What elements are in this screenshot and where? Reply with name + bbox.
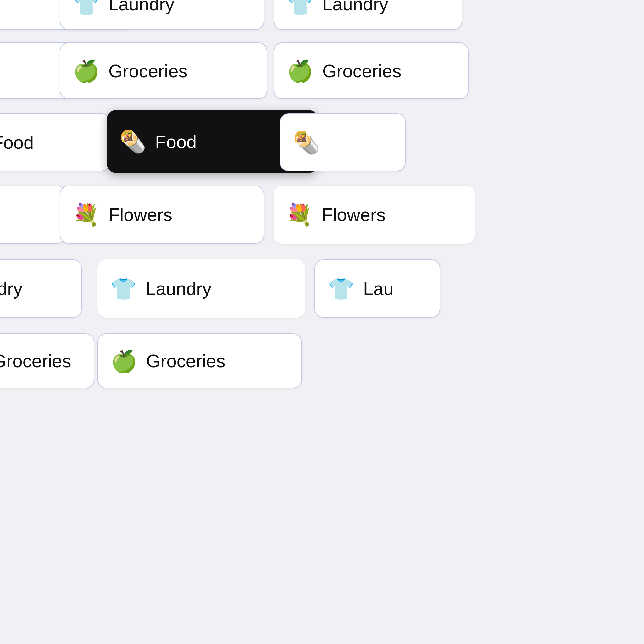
laundry-label-bottom-right: Lau xyxy=(363,278,394,299)
groceries-card-bottom-center[interactable]: 🍏 Groceries xyxy=(97,333,302,388)
food-card-left-partial[interactable]: 🌯 Food xyxy=(0,113,110,171)
laundry-label-bottom-left: Laundry xyxy=(0,278,23,299)
laundry-card-bottom-left-partial[interactable]: Laundry xyxy=(0,259,82,318)
groceries-label-bottom-center: Groceries xyxy=(146,350,225,371)
groceries-emoji-center: 🍏 xyxy=(73,60,100,81)
food-label-left: Food xyxy=(0,132,34,153)
flowers-emoji-right: 💐 xyxy=(286,204,313,225)
laundry-label-bottom-center: Laundry xyxy=(146,278,212,299)
groceries-label-right: Groceries xyxy=(322,60,401,81)
laundry-card-top-right[interactable]: 👕 Laundry xyxy=(274,0,462,30)
laundry-emoji-bottom-center: 👕 xyxy=(110,278,137,299)
groceries-label-center: Groceries xyxy=(108,60,187,81)
laundry-emoji-top-right: 👕 xyxy=(287,0,314,15)
laundry-label-top-right: Laundry xyxy=(322,0,388,14)
laundry-card-bottom-center[interactable]: 👕 Laundry xyxy=(97,259,305,318)
groceries-emoji-right: 🍏 xyxy=(287,60,314,81)
food-emoji-right: 🌯 xyxy=(293,132,320,153)
flowers-emoji-center: 💐 xyxy=(73,204,100,225)
laundry-label-top-center: Laundry xyxy=(108,0,175,14)
flowers-card-right[interactable]: 💐 Flowers xyxy=(274,186,475,244)
food-emoji-center: 🌯 xyxy=(119,131,146,152)
groceries-card-center[interactable]: 🍏 Groceries xyxy=(60,42,267,99)
laundry-emoji-top-center: 👕 xyxy=(73,0,100,15)
groceries-card-bottom-left[interactable]: 🍏 Groceries xyxy=(0,333,94,388)
flowers-label-right: Flowers xyxy=(322,204,386,225)
groceries-card-right[interactable]: 🍏 Groceries xyxy=(274,42,469,99)
laundry-card-bottom-right-partial[interactable]: 👕 Lau xyxy=(314,259,440,318)
laundry-card-top-center[interactable]: 👕 Laundry xyxy=(60,0,264,30)
groceries-label-bottom-left: Groceries xyxy=(0,350,71,371)
grid-container: ry 👕 Laundry 👕 Laundry ies 🍏 Groceries 🍏… xyxy=(0,0,644,644)
rs-partial-card[interactable]: rs xyxy=(0,186,66,244)
flowers-card-center[interactable]: 💐 Flowers xyxy=(60,186,264,244)
food-label-center: Food xyxy=(155,131,197,152)
groceries-emoji-bottom-center: 🍏 xyxy=(111,350,137,372)
food-card-right-partial[interactable]: 🌯 xyxy=(280,113,406,171)
laundry-emoji-bottom-right: 👕 xyxy=(328,278,354,299)
flowers-label-center: Flowers xyxy=(108,204,172,225)
